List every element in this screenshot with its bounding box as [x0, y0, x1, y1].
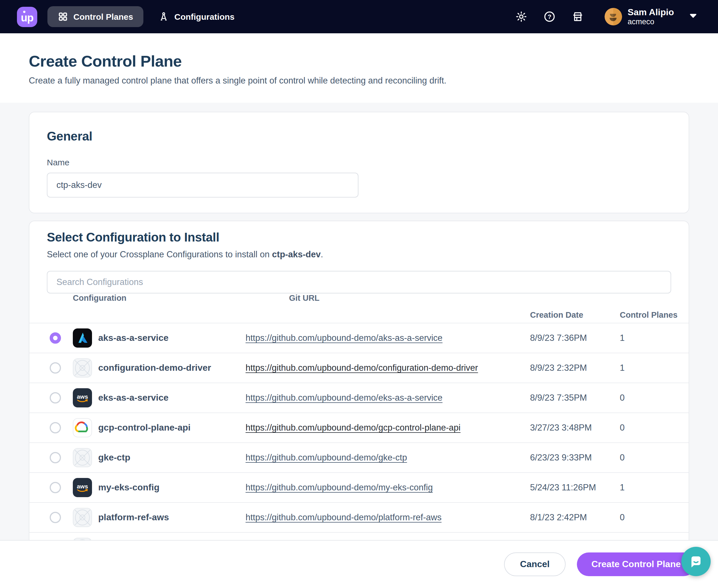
git-url-link[interactable]: https://github.com/upbound-demo/configur…	[246, 363, 530, 373]
action-bar: Cancel Create Control Plane	[0, 540, 718, 588]
config-name: eks-as-a-service	[93, 393, 246, 403]
create-control-plane-button[interactable]: Create Control Plane	[577, 552, 695, 576]
config-name: gke-ctp	[93, 453, 246, 463]
avatar[interactable]	[604, 8, 622, 25]
column-header-creation-date: Creation Date	[530, 310, 620, 327]
config-radio[interactable]	[50, 482, 61, 493]
config-name: gcp-control-plane-api	[93, 423, 246, 433]
table-header: Configuration Git URL Creation Date Cont…	[29, 293, 689, 323]
config-select-heading: Select Configuration to Install	[47, 230, 671, 245]
svg-text:?: ?	[548, 13, 551, 20]
chat-bubble-icon[interactable]	[681, 547, 711, 576]
gcp-icon	[73, 418, 92, 437]
azure-icon	[73, 329, 92, 348]
aws-icon: aws	[73, 478, 92, 497]
user-name: Sam Alipio	[628, 7, 674, 18]
nav-right: ?	[499, 7, 718, 26]
general-card: General Name	[29, 112, 689, 213]
top-nav: up Control Planes Configurations	[0, 0, 718, 33]
cancel-button[interactable]: Cancel	[504, 552, 566, 576]
user-info[interactable]: Sam Alipio acmeco	[628, 7, 674, 26]
table-row[interactable]: gke-ctp https://github.com/upbound-demo/…	[29, 443, 689, 473]
placeholder-icon	[73, 358, 92, 378]
table-row[interactable]: gcp-control-plane-api https://github.com…	[29, 413, 689, 443]
creation-date: 8/9/23 7:36PM	[530, 333, 620, 343]
user-org: acmeco	[628, 18, 674, 26]
table-row[interactable]: platform-ref-aws https://github.com/upbo…	[29, 503, 689, 533]
page-header: Create Control Plane Create a fully mana…	[0, 33, 718, 103]
control-planes-count: 1	[620, 333, 689, 343]
table-row[interactable]: aws eks-as-a-service https://github.com/…	[29, 383, 689, 413]
chevron-down-icon[interactable]	[688, 10, 699, 23]
nav-item-control-planes[interactable]: Control Planes	[47, 6, 143, 27]
git-url-link[interactable]: https://github.com/upbound-demo/eks-as-a…	[246, 393, 530, 403]
creation-date: 8/1/23 2:42PM	[530, 512, 620, 523]
config-radio[interactable]	[50, 452, 61, 463]
page-subtitle: Create a fully managed control plane tha…	[29, 76, 689, 86]
column-header-control-planes: Control Planes	[620, 310, 689, 327]
control-planes-count: 1	[620, 482, 689, 492]
config-name: platform-ref-aws	[93, 512, 246, 523]
storefront-icon[interactable]	[571, 10, 584, 23]
name-label: Name	[47, 158, 671, 167]
table-row[interactable]: configuration-demo-driver https://github…	[29, 353, 689, 383]
config-name: aks-as-a-service	[93, 333, 246, 343]
placeholder-icon	[73, 448, 92, 467]
creation-date: 6/23/23 9:33PM	[530, 453, 620, 463]
creation-date: 8/9/23 7:35PM	[530, 393, 620, 403]
column-header-git-url: Git URL	[289, 293, 379, 310]
app-window: up Control Planes Configurations	[0, 0, 718, 588]
control-planes-count: 0	[620, 393, 689, 403]
creation-date: 8/9/23 2:32PM	[530, 363, 620, 373]
general-heading: General	[47, 129, 671, 144]
placeholder-icon	[73, 508, 92, 527]
configurations-table: Configuration Git URL Creation Date Cont…	[29, 293, 689, 563]
nav-item-label: Control Planes	[74, 12, 133, 21]
aws-icon: aws	[73, 388, 92, 407]
grid-icon	[58, 11, 68, 22]
git-url-link[interactable]: https://github.com/upbound-demo/platform…	[246, 512, 530, 523]
creation-date: 3/27/23 3:48PM	[530, 423, 620, 433]
config-radio[interactable]	[50, 392, 61, 403]
upbound-logo-text: up	[21, 12, 33, 23]
config-select-description: Select one of your Crossplane Configurat…	[47, 249, 671, 259]
control-planes-count: 0	[620, 453, 689, 463]
git-url-link[interactable]: https://github.com/upbound-demo/aks-as-a…	[246, 333, 530, 343]
git-url-link[interactable]: https://github.com/upbound-demo/gke-ctp	[246, 453, 530, 463]
configuration-select-card: Select Configuration to Install Select o…	[29, 220, 689, 563]
nav-item-configurations[interactable]: Configurations	[148, 6, 245, 27]
config-radio[interactable]	[50, 332, 61, 344]
creation-date: 5/24/23 11:26PM	[530, 482, 620, 492]
page-title: Create Control Plane	[29, 52, 689, 70]
config-radio[interactable]	[50, 362, 61, 374]
table-row[interactable]: aws my-eks-config https://github.com/upb…	[29, 473, 689, 503]
gear-icon[interactable]	[515, 10, 528, 23]
svg-text:aws: aws	[77, 483, 88, 489]
config-name: my-eks-config	[93, 482, 246, 492]
control-planes-count: 1	[620, 363, 689, 373]
control-planes-count: 0	[620, 512, 689, 523]
nav-item-label: Configurations	[175, 12, 234, 21]
config-radio[interactable]	[50, 512, 61, 523]
table-row[interactable]: aks-as-a-service https://github.com/upbo…	[29, 323, 689, 353]
control-planes-count: 0	[620, 423, 689, 433]
upbound-logo[interactable]: up	[17, 6, 37, 27]
config-radio[interactable]	[50, 422, 61, 434]
name-input[interactable]	[47, 173, 358, 197]
svg-text:aws: aws	[77, 393, 88, 400]
compass-icon	[158, 11, 169, 22]
git-url-link[interactable]: https://github.com/upbound-demo/gcp-cont…	[246, 423, 530, 433]
search-input[interactable]	[47, 271, 671, 293]
git-url-link[interactable]: https://github.com/upbound-demo/my-eks-c…	[246, 482, 530, 492]
config-name: configuration-demo-driver	[93, 363, 246, 373]
help-icon[interactable]: ?	[543, 10, 556, 23]
